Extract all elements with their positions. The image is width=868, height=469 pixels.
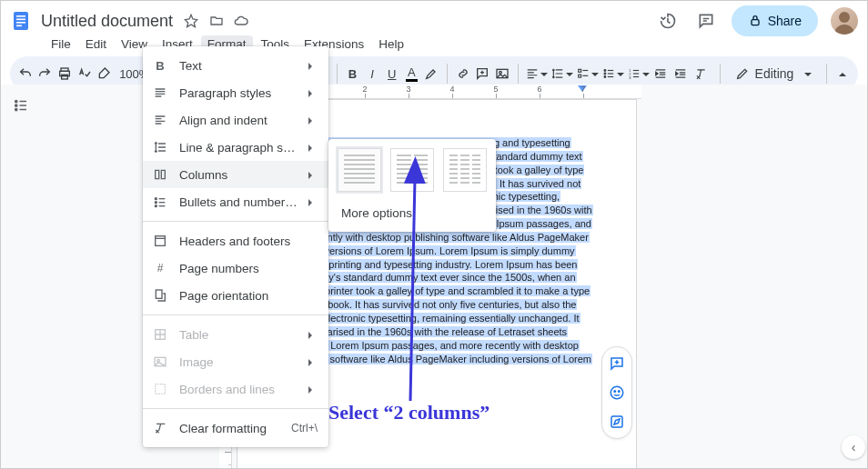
chevron-down-icon: [617, 67, 624, 81]
suggest-edits-button[interactable]: [606, 411, 628, 433]
svg-point-23: [611, 386, 623, 399]
collapse-toolbar-button[interactable]: [834, 61, 851, 86]
headers-icon: [152, 233, 168, 249]
svg-text:3: 3: [629, 75, 631, 80]
svg-rect-1: [16, 15, 25, 17]
line-spacing-button[interactable]: [551, 61, 573, 86]
bullets-icon: [152, 194, 168, 210]
clear-format-button[interactable]: [692, 61, 709, 86]
svg-rect-5: [752, 20, 759, 25]
increase-indent-button[interactable]: [672, 61, 689, 86]
columns-submenu: More options: [328, 139, 496, 232]
format-menu-table: Table: [143, 321, 328, 348]
docs-logo[interactable]: [8, 8, 34, 34]
insert-link-button[interactable]: [455, 61, 471, 86]
bold-button[interactable]: B: [345, 61, 361, 86]
svg-point-16: [604, 76, 606, 78]
format-menu-clear-formatting[interactable]: Clear formattingCtrl+\: [143, 414, 328, 442]
format-menu-align-and-indent[interactable]: Align and indent: [143, 106, 328, 134]
svg-rect-30: [156, 236, 166, 246]
svg-rect-26: [611, 416, 622, 427]
star-icon[interactable]: [182, 12, 200, 30]
menu-item-label: Bullets and numbering: [179, 195, 298, 209]
menu-edit[interactable]: Edit: [79, 35, 113, 53]
columns-option-2[interactable]: [390, 148, 434, 192]
redo-button[interactable]: [37, 61, 54, 86]
move-icon[interactable]: [207, 12, 226, 30]
menu-item-label: Page numbers: [179, 262, 318, 275]
chevron-down-icon: [804, 66, 812, 81]
bulleted-list-button[interactable]: [602, 61, 624, 86]
undo-button[interactable]: [17, 61, 34, 86]
inline-action-bar: [601, 346, 632, 439]
add-comment-button[interactable]: [606, 353, 628, 374]
format-menu-bullets-and-numbering[interactable]: Bullets and numbering: [143, 188, 328, 215]
history-icon[interactable]: [655, 8, 681, 34]
italic-button[interactable]: I: [364, 61, 380, 86]
menu-shortcut: Ctrl+\: [291, 422, 318, 434]
borders-icon: [152, 381, 168, 397]
columns-option-1[interactable]: [338, 148, 381, 192]
explore-button[interactable]: ‹: [842, 435, 865, 459]
share-button-label: Share: [768, 14, 802, 28]
text-color-button[interactable]: A: [404, 61, 420, 86]
svg-point-27: [155, 198, 156, 200]
svg-rect-3: [16, 22, 25, 24]
share-button[interactable]: Share: [732, 5, 818, 36]
image-icon: [152, 354, 168, 370]
underline-button[interactable]: U: [384, 61, 400, 86]
menu-help[interactable]: Help: [372, 35, 410, 53]
format-menu-headers-and-footers[interactable]: Headers and footers: [143, 227, 328, 254]
clear-icon: [152, 420, 168, 436]
document-title[interactable]: Untitled document: [41, 12, 173, 31]
align-button[interactable]: [526, 61, 548, 86]
comments-icon[interactable]: [693, 8, 719, 34]
linespacing-icon: [152, 139, 168, 155]
decrease-indent-button[interactable]: [653, 61, 670, 86]
chevron-right-icon: [308, 195, 318, 209]
format-menu: BTextParagraph stylesAlign and indentLin…: [143, 46, 328, 447]
format-menu-text[interactable]: BText: [143, 52, 328, 79]
svg-point-25: [619, 391, 621, 393]
chevron-down-icon: [540, 67, 548, 81]
insert-image-button[interactable]: [494, 61, 510, 86]
add-reaction-button[interactable]: [606, 382, 628, 404]
chevron-right-icon: [308, 355, 318, 369]
format-menu-line-paragraph-spacing[interactable]: Line & paragraph spacing: [143, 134, 328, 161]
mode-selector[interactable]: Editing: [728, 66, 820, 81]
svg-point-6: [839, 12, 850, 23]
svg-point-24: [614, 391, 616, 393]
menu-item-label: Text: [179, 59, 298, 73]
highlight-color-button[interactable]: [423, 61, 439, 86]
format-menu-paragraph-styles[interactable]: Paragraph styles: [143, 79, 328, 106]
svg-point-28: [155, 202, 156, 204]
spellcheck-button[interactable]: [76, 61, 93, 86]
chevron-down-icon: [642, 67, 650, 81]
menu-item-label: Borders and lines: [179, 383, 298, 396]
cloud-status-icon[interactable]: [232, 12, 250, 30]
columns-more-options[interactable]: More options: [338, 197, 487, 228]
show-outline-button[interactable]: [7, 92, 35, 119]
account-avatar[interactable]: [831, 7, 858, 35]
svg-point-34: [157, 359, 160, 362]
format-menu-page-orientation[interactable]: Page orientation: [143, 282, 328, 309]
checklist-button[interactable]: [577, 61, 599, 86]
bold-icon: B: [152, 57, 168, 74]
menu-item-label: Clear formatting: [179, 422, 280, 435]
menu-separator: [143, 408, 328, 409]
menu-item-label: Paragraph styles: [179, 86, 298, 100]
svg-point-21: [15, 105, 17, 106]
print-button[interactable]: [56, 61, 73, 86]
columns-option-3[interactable]: [443, 148, 487, 192]
menu-file[interactable]: File: [45, 35, 77, 53]
menu-item-label: Headers and footers: [179, 234, 318, 248]
format-menu-page-numbers[interactable]: #Page numbers: [143, 254, 328, 282]
paint-format-button[interactable]: [96, 61, 113, 86]
align-icon: [152, 112, 168, 128]
menu-bar: FileEditViewInsertFormatToolsExtensionsH…: [1, 35, 867, 56]
insert-comment-button[interactable]: [474, 61, 490, 86]
menu-item-label: Page orientation: [179, 289, 318, 303]
numbered-list-button[interactable]: 123: [628, 61, 650, 86]
format-menu-columns[interactable]: Columns: [143, 161, 328, 188]
chevron-down-icon: [566, 67, 573, 81]
